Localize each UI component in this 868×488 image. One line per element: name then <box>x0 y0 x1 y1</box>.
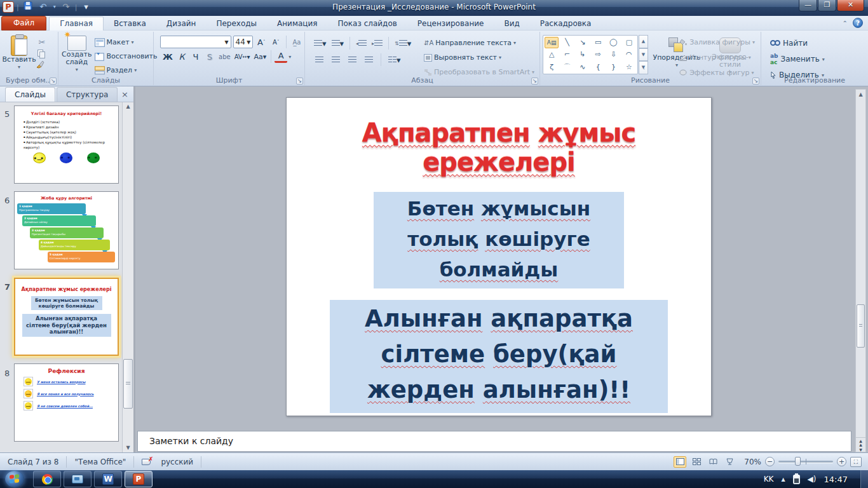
minimize-button[interactable]: — <box>799 0 817 11</box>
font-dialog-launcher[interactable]: ↘ <box>296 78 303 85</box>
slide-6-thumbnail[interactable]: Жоба құру алгоритмі 1 қадамПрограмманы т… <box>14 191 119 269</box>
section-button[interactable]: Раздел ▾ <box>93 64 159 77</box>
shape-arc[interactable]: ◠ <box>622 49 636 60</box>
replace-button[interactable]: abac Заменить ▾ <box>770 52 867 66</box>
panel-scroll-up-icon[interactable]: ▲ <box>123 102 133 111</box>
tab-file[interactable]: Файл <box>1 16 46 30</box>
battery-icon[interactable] <box>793 475 800 484</box>
justify-button[interactable] <box>362 53 375 66</box>
restore-button[interactable]: ❐ <box>818 0 836 11</box>
previous-slide-button[interactable]: ▲▲ <box>856 438 865 447</box>
tab-home[interactable]: Главная <box>49 17 104 30</box>
scroll-up-icon[interactable]: ▲ <box>856 90 865 99</box>
notes-pane[interactable]: Заметки к слайду <box>137 431 851 452</box>
tab-view[interactable]: Вид <box>494 17 529 30</box>
tab-slideshow[interactable]: Показ слайдов <box>328 17 407 30</box>
line-spacing-button[interactable]: ⇅▾ <box>393 37 412 50</box>
close-button[interactable]: ✕ <box>837 0 864 11</box>
font-size-combo[interactable]: 44 ▾ <box>233 36 254 48</box>
slide-textbox-2[interactable]: Алынған ақпаратқа сілтеме беру(қай жерде… <box>330 300 668 413</box>
shape-rounded-rect[interactable]: ▢ <box>622 37 636 48</box>
slide-title[interactable]: Ақпаратпен жұмыс ережелері <box>287 118 711 177</box>
shape-elbow[interactable]: ⌐ <box>560 49 574 60</box>
find-button[interactable]: Найти <box>770 36 867 50</box>
fit-to-window-button[interactable]: ⛶ <box>850 457 862 467</box>
language-indicator[interactable]: KK <box>764 475 774 484</box>
shape-wave[interactable]: ∿ <box>576 61 590 72</box>
tab-review[interactable]: Рецензирование <box>407 17 494 30</box>
bold-button[interactable]: Ж <box>161 50 174 63</box>
shape-textbox[interactable]: A▤ <box>545 37 559 48</box>
volume-icon[interactable]: ◀) <box>808 475 817 484</box>
zoom-slider-thumb[interactable] <box>795 457 801 466</box>
shape-curve[interactable]: ⌒ <box>560 61 574 72</box>
shrink-font-button[interactable]: А˅ <box>269 36 282 48</box>
shapes-scroll-down[interactable]: ▼ <box>639 48 648 62</box>
taskbar-word-button[interactable]: W <box>94 471 122 487</box>
font-name-combo[interactable]: ▾ <box>160 36 231 48</box>
tab-animations[interactable]: Анимация <box>267 17 327 30</box>
cut-button[interactable]: ✂ <box>36 36 48 48</box>
spellcheck-status[interactable]: ✗ <box>134 453 159 470</box>
text-direction-button[interactable]: ⇵A Направление текста ▾ <box>422 36 536 50</box>
panel-scroll-down-icon[interactable]: ▼ <box>123 444 133 452</box>
help-icon[interactable]: ? <box>853 18 863 28</box>
main-scrollbar[interactable]: ▲ ▼ <box>855 89 866 452</box>
scroll-thumb[interactable] <box>857 304 865 348</box>
paste-button[interactable]: Вставить ▾ <box>3 33 36 75</box>
slide-sorter-view-button[interactable] <box>690 456 703 468</box>
shape-line[interactable]: ╲ <box>560 37 574 48</box>
text-shadow-button[interactable]: S <box>203 50 216 63</box>
tab-transitions[interactable]: Переходы <box>206 17 267 30</box>
zoom-in-button[interactable]: + <box>837 457 846 466</box>
language-status[interactable]: русский <box>159 453 201 470</box>
new-slide-button[interactable]: Создать слайд ▾ <box>61 33 93 75</box>
slide-canvas[interactable]: Ақпаратпен жұмыс ережелері Бөтен жұмысын… <box>286 97 712 416</box>
shape-right-arrow[interactable]: ⇨ <box>591 49 605 60</box>
slide-5-thumbnail[interactable]: Үлгілі бағалау критерийлері! Дәлдігі (эс… <box>14 105 119 184</box>
shape-arrow-line[interactable]: ↘ <box>576 37 590 48</box>
italic-button[interactable]: К <box>175 50 188 63</box>
shape-oval[interactable]: ◯ <box>606 37 620 48</box>
shape-outline-button[interactable]: Контур фигуры ▾ <box>677 51 757 64</box>
tab-insert[interactable]: Вставка <box>104 17 156 30</box>
tray-expand-icon[interactable]: ▲ <box>781 477 785 482</box>
normal-view-button[interactable] <box>674 456 686 468</box>
align-center-button[interactable] <box>329 53 342 66</box>
panel-scrollbar[interactable]: ▲ ▼ <box>122 102 133 452</box>
zoom-out-button[interactable]: − <box>765 457 775 466</box>
collapse-ribbon-icon[interactable]: ⌃ <box>843 20 848 27</box>
increase-indent-button[interactable]: ▸ <box>370 37 384 50</box>
theme-name[interactable]: "Тема Office" <box>67 453 133 470</box>
strikethrough-button[interactable]: abe <box>217 50 232 63</box>
tab-design[interactable]: Дизайн <box>156 17 207 30</box>
clock[interactable]: 14:47 <box>824 475 848 484</box>
shapes-gallery[interactable]: A▤ ╲ ↘ ▭ ◯ ▢ △ ⌐ ↳ ⇨ ⇩ ◠ ζ ⌒ ∿ { } <box>543 35 638 74</box>
bullets-button[interactable]: ▾ <box>313 37 328 50</box>
slide-7-thumbnail-selected[interactable]: Ақпаратпен жұмыс ережелері Бөтен жұмысын… <box>14 278 119 356</box>
columns-button[interactable]: ▾ <box>387 53 402 66</box>
shape-scribble[interactable]: ζ <box>545 61 559 72</box>
numbering-button[interactable]: ▾ <box>330 37 346 50</box>
shapes-more-button[interactable]: ▼̱ <box>639 61 648 74</box>
panel-tab-slides[interactable]: Слайды <box>5 87 55 102</box>
shape-elbow-arrow[interactable]: ↳ <box>576 49 590 60</box>
panel-scroll-thumb[interactable] <box>123 359 133 409</box>
panel-tab-outline[interactable]: Структура <box>57 87 118 102</box>
panel-close-icon[interactable]: × <box>121 90 128 99</box>
decrease-indent-button[interactable]: ◂ <box>355 37 368 50</box>
slide-counter[interactable]: Слайд 7 из 8 <box>0 453 66 470</box>
shape-triangle[interactable]: △ <box>545 49 559 60</box>
shape-brace-left[interactable]: { <box>591 61 605 72</box>
align-left-button[interactable] <box>313 53 325 66</box>
shape-rectangle[interactable]: ▭ <box>591 37 605 48</box>
notes-placeholder[interactable]: Заметки к слайду <box>138 431 851 446</box>
clear-formatting-button[interactable]: A̲a <box>290 36 303 48</box>
taskbar-chrome-button[interactable] <box>33 471 61 487</box>
slide-8-thumbnail[interactable]: Рефлексия У меня остались вопросы Я все … <box>14 363 119 442</box>
shape-fill-button[interactable]: Заливка фигуры ▾ <box>677 36 757 49</box>
underline-button[interactable]: Ч <box>189 50 202 63</box>
taskbar-display-button[interactable] <box>64 471 92 487</box>
reset-button[interactable]: Восстановить <box>93 50 159 63</box>
character-spacing-button[interactable]: AV↔▾ <box>233 50 252 63</box>
